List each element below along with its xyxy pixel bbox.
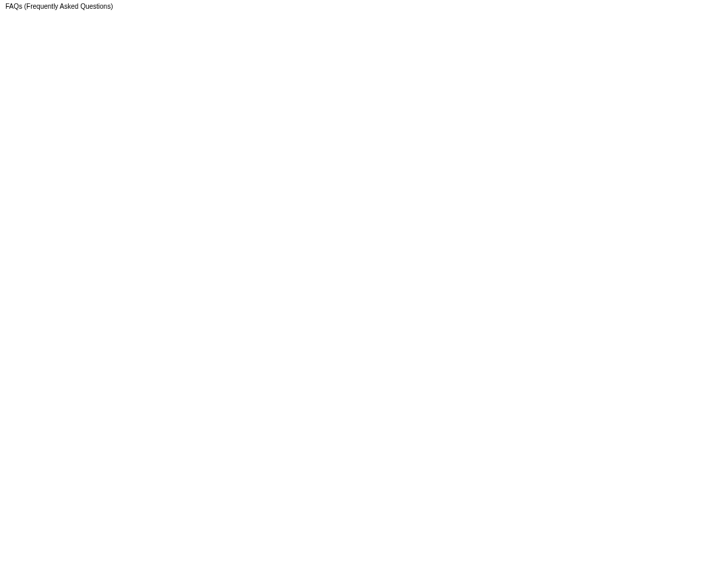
header-title: FAQs (Frequently Asked Questions) [0, 0, 728, 13]
